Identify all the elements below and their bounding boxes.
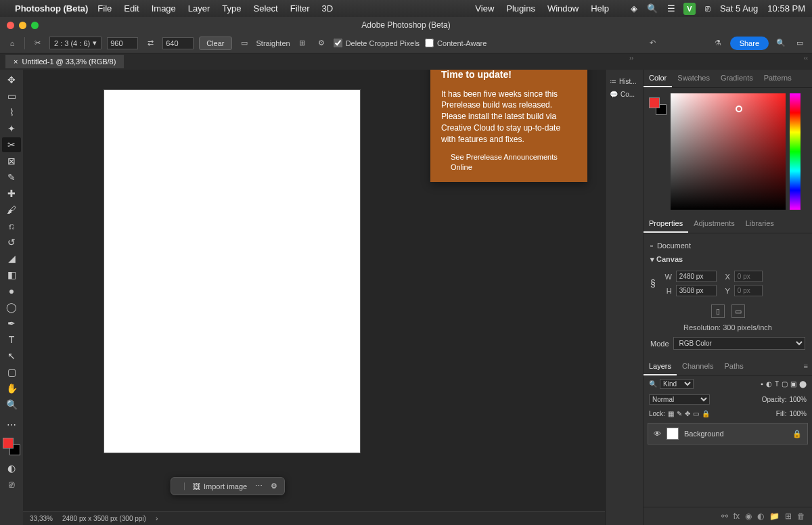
gear-icon[interactable]: ⚙: [315, 37, 328, 50]
menu-layer[interactable]: Layer: [188, 3, 210, 14]
sliders-icon[interactable]: ⚙: [271, 482, 277, 490]
filter-type-icon[interactable]: T: [775, 380, 779, 388]
link-icon[interactable]: §: [650, 278, 656, 289]
lock-transparency-icon[interactable]: ▦: [668, 410, 674, 417]
canvas-x-input[interactable]: [734, 271, 763, 282]
canvas-height-input[interactable]: [676, 285, 717, 296]
quickmask-icon[interactable]: ◐: [2, 461, 21, 476]
filter-toggle-icon[interactable]: ⬤: [799, 380, 807, 388]
visibility-icon[interactable]: 👁: [654, 430, 661, 438]
zoom-icon[interactable]: [31, 22, 39, 29]
blend-select[interactable]: Normal: [649, 394, 710, 405]
eyedropper-tool-icon[interactable]: ✎: [2, 170, 21, 185]
hue-slider[interactable]: [790, 93, 800, 210]
crop-height-input[interactable]: [162, 37, 194, 49]
lock-position-icon[interactable]: ✥: [685, 410, 690, 417]
heal-tool-icon[interactable]: ✚: [2, 186, 21, 201]
tab-patterns[interactable]: Patterns: [759, 70, 797, 87]
panel-collapse-left-icon[interactable]: ››: [629, 55, 633, 62]
marquee-tool-icon[interactable]: ▭: [2, 89, 21, 104]
blur-tool-icon[interactable]: ●: [2, 283, 21, 298]
clear-button[interactable]: Clear: [199, 37, 231, 50]
menu-filter[interactable]: Filter: [290, 3, 310, 14]
kind-select[interactable]: Kind: [660, 379, 694, 389]
ratio-select[interactable]: 2 : 3 (4 : 6) ▾: [49, 37, 102, 49]
lock-all-icon[interactable]: 🔒: [702, 410, 710, 417]
home-icon[interactable]: ⌂: [5, 37, 19, 50]
screenmode-icon[interactable]: ⎚: [2, 477, 21, 492]
pen-tool-icon[interactable]: ✒: [2, 316, 21, 331]
menubar-date[interactable]: Sat 5 Aug: [720, 3, 758, 14]
swap-icon[interactable]: ⇄: [143, 37, 157, 50]
wand-tool-icon[interactable]: ✦: [2, 121, 21, 136]
color-swatch-pair[interactable]: [3, 438, 20, 455]
menu-help[interactable]: Help: [591, 3, 609, 14]
content-aware-checkbox[interactable]: Content-Aware: [425, 39, 487, 47]
crop-tool-icon[interactable]: ✂: [30, 37, 44, 50]
menu-window[interactable]: Window: [547, 3, 579, 14]
group-icon[interactable]: 📁: [769, 511, 780, 521]
crop-tool-icon[interactable]: ✂: [2, 137, 21, 152]
dodge-tool-icon[interactable]: ◯: [2, 300, 21, 315]
chevron-right-icon[interactable]: ›: [156, 515, 158, 522]
filter-adjust-icon[interactable]: ◐: [766, 380, 772, 388]
brush-tool-icon[interactable]: 🖌: [2, 202, 21, 217]
import-image-button[interactable]: 🖼 Import image: [193, 482, 247, 490]
canvas-width-input[interactable]: [676, 271, 717, 282]
search-icon[interactable]: 🔍: [647, 3, 658, 14]
hand-tool-icon[interactable]: ✋: [2, 381, 21, 396]
filter-search-icon[interactable]: 🔍: [649, 380, 657, 388]
chevron-down-icon[interactable]: ▾: [650, 255, 654, 263]
straighten-icon[interactable]: ▭: [238, 37, 251, 50]
telegram-icon[interactable]: ◈: [631, 3, 637, 14]
canvas-y-input[interactable]: [734, 285, 763, 296]
filter-shape-icon[interactable]: ▢: [782, 380, 788, 388]
history-brush-tool-icon[interactable]: ↺: [2, 235, 21, 250]
lock-icon[interactable]: 🔒: [792, 430, 802, 438]
search-app-icon[interactable]: 🔍: [774, 37, 788, 50]
status-dims[interactable]: 2480 px x 3508 px (300 ppi): [62, 515, 146, 522]
panel-menu-icon[interactable]: ≡: [800, 358, 812, 375]
eraser-tool-icon[interactable]: ◢: [2, 251, 21, 266]
crop-width-input[interactable]: [107, 37, 138, 49]
menu-edit[interactable]: Edit: [124, 3, 139, 14]
app-name[interactable]: Photoshop (Beta): [15, 3, 88, 14]
tab-color[interactable]: Color: [644, 70, 672, 87]
fill-value[interactable]: 100%: [789, 410, 807, 417]
workspace-icon[interactable]: ▭: [793, 37, 807, 50]
document-tab[interactable]: × Untitled-1 @ 33,3% (RGB/8): [5, 55, 124, 68]
tab-libraries[interactable]: Libraries: [740, 215, 780, 233]
minimize-icon[interactable]: [19, 22, 26, 29]
menu-file[interactable]: File: [97, 3, 112, 14]
link-layers-icon[interactable]: ⚯: [721, 511, 728, 521]
frame-tool-icon[interactable]: ⊠: [2, 154, 21, 168]
type-tool-icon[interactable]: T: [2, 332, 21, 347]
delete-cropped-checkbox[interactable]: Delete Cropped Pixels: [334, 39, 420, 47]
filter-smart-icon[interactable]: ▣: [790, 380, 796, 388]
lasso-tool-icon[interactable]: ⌇: [2, 105, 21, 120]
gradient-tool-icon[interactable]: ◧: [2, 267, 21, 282]
tab-paths[interactable]: Paths: [719, 358, 749, 375]
color-picker-field[interactable]: [671, 93, 786, 210]
shape-tool-icon[interactable]: ▢: [2, 365, 21, 380]
edit-toolbar-icon[interactable]: ⋯: [2, 417, 21, 432]
zoom-tool-icon[interactable]: 🔍: [2, 397, 21, 412]
tab-gradients[interactable]: Gradients: [715, 70, 759, 87]
tab-layers[interactable]: Layers: [644, 358, 677, 375]
close-icon[interactable]: [7, 22, 14, 29]
layer-thumbnail[interactable]: [667, 428, 679, 440]
control-center-icon[interactable]: ☰: [667, 3, 675, 14]
panel-swatch-pair[interactable]: [649, 97, 667, 115]
menu-3d[interactable]: 3D: [322, 3, 334, 14]
beaker-icon[interactable]: ⚗: [711, 37, 725, 50]
menu-select[interactable]: Select: [254, 3, 278, 14]
orientation-landscape-icon[interactable]: ▭: [731, 304, 745, 318]
artboard[interactable]: [104, 90, 360, 453]
new-layer-icon[interactable]: ⊞: [785, 511, 792, 521]
move-tool-icon[interactable]: ✥: [2, 72, 21, 87]
tab-channels[interactable]: Channels: [677, 358, 719, 375]
menubar-time[interactable]: 10:58 PM: [767, 3, 805, 14]
history-panel-collapsed[interactable]: ≔Hist...: [606, 75, 643, 88]
panel-collapse-right-icon[interactable]: ‹‹: [804, 55, 808, 62]
path-tool-icon[interactable]: ↖: [2, 348, 21, 363]
